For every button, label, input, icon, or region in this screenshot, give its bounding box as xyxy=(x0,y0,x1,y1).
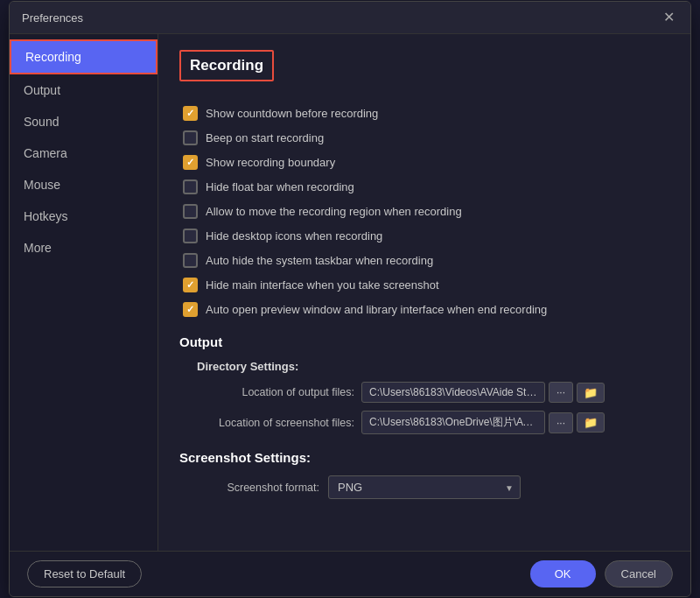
folder-icon: 📁 xyxy=(584,386,598,399)
screenshot-files-label: Location of screenshot files: xyxy=(197,417,354,429)
sidebar-item-sound[interactable]: Sound xyxy=(10,106,158,137)
recording-section: Recording Show countdown before recordin… xyxy=(179,50,669,317)
sidebar-item-recording[interactable]: Recording xyxy=(10,39,158,74)
ok-button[interactable]: OK xyxy=(530,560,596,587)
output-files-label: Location of output files: xyxy=(197,386,354,398)
reset-button[interactable]: Reset to Default xyxy=(27,560,142,587)
cancel-button[interactable]: Cancel xyxy=(605,560,673,587)
screenshot-files-input[interactable]: C:\Users\86183\OneDrive\图片\AVAide Stud xyxy=(361,411,545,434)
format-row: Screenshot format: PNG JPG BMP GIF xyxy=(197,475,669,499)
format-select[interactable]: PNG JPG BMP GIF xyxy=(328,475,521,499)
checkbox-label-hide-main: Hide main interface when you take screen… xyxy=(206,278,439,292)
checkbox-label-hide-taskbar: Auto hide the system taskbar when record… xyxy=(206,254,433,267)
checkbox-row-hide-icons: Hide desktop icons when recording xyxy=(179,229,669,243)
recording-section-title: Recording xyxy=(179,50,274,81)
sidebar-item-output[interactable]: Output xyxy=(10,74,158,106)
output-section-title: Output xyxy=(179,334,669,349)
checkbox-show-countdown[interactable] xyxy=(183,106,198,121)
output-files-input[interactable]: C:\Users\86183\Videos\AVAide Studio\AVAi… xyxy=(361,382,545,403)
checkbox-beep[interactable] xyxy=(183,130,198,145)
checkbox-auto-open[interactable] xyxy=(183,302,198,317)
checkbox-allow-move[interactable] xyxy=(183,204,198,219)
checkbox-hide-icons[interactable] xyxy=(183,229,198,243)
checkbox-boundary[interactable] xyxy=(183,155,198,170)
main-content: Recording Show countdown before recordin… xyxy=(158,34,690,551)
checkbox-label-show-countdown: Show countdown before recording xyxy=(206,107,378,120)
checkbox-label-auto-open: Auto open preview window and library int… xyxy=(206,303,547,316)
checkbox-label-hide-icons: Hide desktop icons when recording xyxy=(206,229,382,243)
checkbox-label-beep: Beep on start recording xyxy=(206,131,324,144)
sidebar-item-more[interactable]: More xyxy=(10,232,158,264)
screenshot-files-dots-button[interactable]: ··· xyxy=(549,412,573,433)
screenshot-files-row: Location of screenshot files: C:\Users\8… xyxy=(179,411,669,434)
checkbox-row-hide-main: Hide main interface when you take screen… xyxy=(179,278,669,292)
output-section: Output Directory Settings: Location of o… xyxy=(179,334,669,434)
output-files-dots-button[interactable]: ··· xyxy=(549,382,573,403)
screenshot-settings-title: Screenshot Settings: xyxy=(179,450,669,465)
dialog-content: Recording Output Sound Camera Mouse Hotk… xyxy=(10,34,690,551)
checkbox-hide-main[interactable] xyxy=(183,278,198,292)
checkbox-row-allow-move: Allow to move the recording region when … xyxy=(179,204,669,219)
footer-buttons: OK Cancel xyxy=(530,560,673,587)
dialog-title: Preferences xyxy=(22,11,83,25)
checkbox-label-boundary: Show recording boundary xyxy=(206,156,335,169)
screenshot-section: Screenshot Settings: Screenshot format: … xyxy=(179,450,669,499)
output-files-folder-button[interactable]: 📁 xyxy=(577,383,605,403)
checkbox-row-hide-taskbar: Auto hide the system taskbar when record… xyxy=(179,253,669,268)
format-label: Screenshot format: xyxy=(197,482,319,494)
sidebar-item-camera[interactable]: Camera xyxy=(10,137,158,169)
sidebar: Recording Output Sound Camera Mouse Hotk… xyxy=(10,34,158,551)
checkbox-hide-float[interactable] xyxy=(183,179,198,194)
folder-icon-2: 📁 xyxy=(584,416,598,429)
checkbox-row-show-countdown: Show countdown before recording xyxy=(179,106,669,121)
format-select-wrapper: PNG JPG BMP GIF xyxy=(328,475,521,499)
checkbox-label-allow-move: Allow to move the recording region when … xyxy=(206,205,462,218)
footer: Reset to Default OK Cancel xyxy=(10,551,690,596)
output-files-row: Location of output files: C:\Users\86183… xyxy=(179,382,669,403)
checkbox-row-boundary: Show recording boundary xyxy=(179,155,669,170)
checkbox-row-beep: Beep on start recording xyxy=(179,130,669,145)
sidebar-item-mouse[interactable]: Mouse xyxy=(10,169,158,201)
directory-settings-label: Directory Settings: xyxy=(197,360,669,373)
checkbox-label-hide-float: Hide float bar when recording xyxy=(206,180,354,193)
screenshot-files-folder-button[interactable]: 📁 xyxy=(577,412,605,433)
close-button[interactable]: ✕ xyxy=(660,9,678,26)
sidebar-item-hotkeys[interactable]: Hotkeys xyxy=(10,201,158,232)
checkbox-row-auto-open: Auto open preview window and library int… xyxy=(179,302,669,317)
checkbox-row-hide-float: Hide float bar when recording xyxy=(179,179,669,194)
checkbox-hide-taskbar[interactable] xyxy=(183,253,198,268)
titlebar: Preferences ✕ xyxy=(10,2,690,34)
preferences-dialog: Preferences ✕ Recording Output Sound Cam… xyxy=(9,1,691,597)
